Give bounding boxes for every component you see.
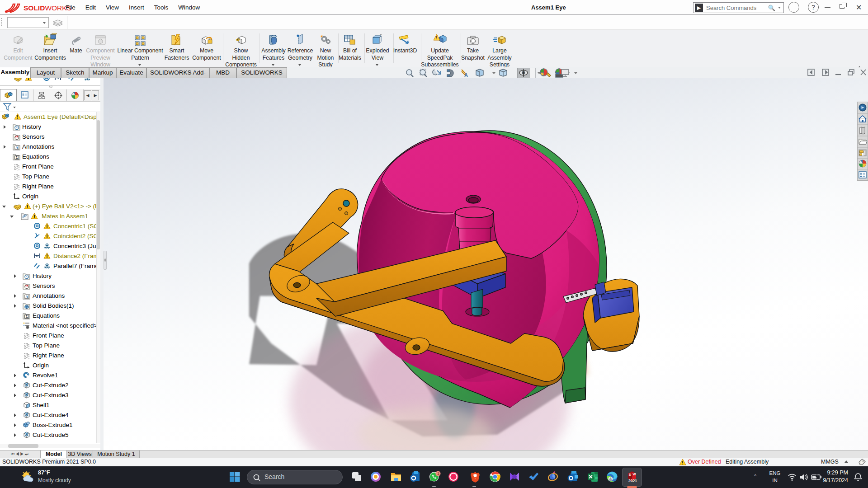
- svg-text:S: S: [629, 473, 631, 477]
- svg-text:1: 1: [437, 471, 439, 476]
- svg-text:!: !: [436, 35, 437, 40]
- svg-text:W: W: [633, 472, 637, 476]
- svg-text:2021: 2021: [628, 479, 637, 483]
- svg-text:A: A: [464, 72, 468, 78]
